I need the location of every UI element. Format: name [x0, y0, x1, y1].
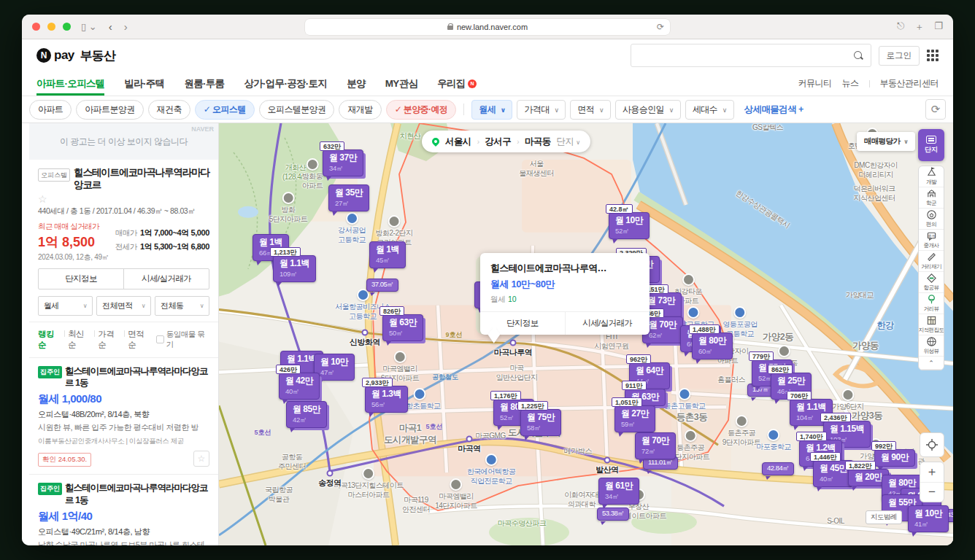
filter-chip-아파트분양권[interactable]: 아파트분양권: [76, 100, 143, 120]
tooltip-complex-info-button[interactable]: 단지정보: [480, 312, 565, 335]
tab-아파트·오피스텔[interactable]: 아파트·오피스텔: [36, 71, 104, 96]
select-전체면적[interactable]: 전체면적 ∨: [96, 296, 151, 316]
filter-chip-아파트[interactable]: 아파트: [29, 100, 72, 120]
price-marker[interactable]: 월 10만47㎡: [314, 354, 355, 381]
new-tab-icon[interactable]: ＋: [914, 20, 924, 34]
map-label: 가양동: [852, 341, 879, 352]
group-duplicates-checkbox[interactable]: 동일매물 묶기: [156, 330, 209, 350]
sort-최신순[interactable]: 최신순: [68, 329, 90, 351]
zoom-in-button[interactable]: ＋: [920, 462, 944, 482]
filter-dropdown-세대수[interactable]: 세대수 ∨: [685, 100, 734, 120]
tab-상가·업무·공장·토지[interactable]: 상가·업무·공장·토지: [244, 71, 327, 96]
tab-MY관심[interactable]: MY관심: [385, 71, 417, 96]
address-bar[interactable]: new.land.naver.com ⟳: [305, 19, 670, 35]
tab-overview-icon[interactable]: ❐: [934, 20, 943, 34]
map-label: 방화 5단지아파트: [269, 192, 308, 224]
header-link-뉴스[interactable]: 뉴스: [842, 77, 859, 90]
back-button[interactable]: ‹: [106, 21, 115, 32]
breadcrumb-unit-dropdown[interactable]: 단지 ∨: [557, 136, 580, 148]
refresh-filters-button[interactable]: ⟳: [925, 99, 946, 120]
zoom-out-button[interactable]: −: [920, 482, 944, 502]
price-marker[interactable]: 1,488만월 80만60㎡: [692, 332, 733, 359]
fullscreen-window-button[interactable]: [63, 23, 71, 31]
map-tool-항공뷰[interactable]: 항공뷰: [919, 272, 944, 293]
map-legend-button[interactable]: 지도범례: [866, 510, 902, 524]
price-marker[interactable]: 1,051만월 27만59㎡: [614, 405, 655, 432]
forward-button[interactable]: ›: [121, 21, 131, 32]
filter-chip-오피스텔[interactable]: ✓ 오피스텔: [195, 100, 255, 120]
map-tool-거리재기[interactable]: 거리재기: [919, 251, 944, 272]
naver-pay-logo[interactable]: N pay 부동산: [36, 47, 115, 64]
tab-빌라·주택[interactable]: 빌라·주택: [124, 71, 164, 96]
price-history-button[interactable]: 시세/실거래가: [123, 269, 209, 289]
sort-가격순[interactable]: 가격순: [98, 329, 120, 351]
price-marker[interactable]: 월 61만34㎡: [598, 478, 639, 505]
area-marker[interactable]: 53.38㎡: [597, 508, 629, 521]
listing-card[interactable]: 집주인힐스테이트에코마곡나루역라마다앙코르 1동월세 1억/40오피스텔·49C…: [29, 475, 218, 545]
sidebar-toggle-icon[interactable]: ▯ ⌄: [78, 22, 100, 31]
share-icon[interactable]: ⎋: [897, 20, 904, 34]
map-tool-위성뷰[interactable]: 위성뷰: [919, 335, 944, 357]
filter-dropdown-가격대[interactable]: 가격대 ∨: [517, 100, 566, 120]
map-label: 덕은리버워크 지식산업센터: [854, 184, 895, 203]
map-tool-중개사[interactable]: 중개중개사: [919, 230, 944, 251]
filter-chip-오피스텔분양권[interactable]: 오피스텔분양권: [259, 100, 335, 120]
collapse-tools-button[interactable]: ⌃: [919, 357, 944, 370]
reload-icon[interactable]: ⟳: [657, 22, 664, 32]
measure-icon: [926, 252, 937, 262]
tab-원룸·투룸[interactable]: 원룸·투룸: [184, 71, 224, 96]
search-input[interactable]: [639, 50, 854, 61]
filter-chip-분양중·예정[interactable]: ✓ 분양중·예정: [386, 100, 457, 120]
price-unit-dropdown[interactable]: 매매평당가∨: [857, 132, 915, 151]
price-marker[interactable]: 월 70만72㎡: [635, 432, 676, 459]
map-tool-학군[interactable]: 학군: [919, 187, 944, 209]
filter-chip-재개발[interactable]: 재개발: [339, 100, 381, 120]
complex-info-button[interactable]: 단지정보: [39, 269, 123, 289]
filter-chip-재건축[interactable]: 재건축: [148, 100, 190, 120]
header-link-부동산관리센터[interactable]: 부동산관리센터: [880, 77, 939, 90]
price-marker[interactable]: 1,213만월 1.1백109㎡: [273, 255, 316, 282]
current-location-button[interactable]: [920, 432, 944, 457]
price-marker[interactable]: 826만월 63만50㎡: [382, 314, 423, 341]
sort-랭킹순[interactable]: 랭킹순: [38, 329, 61, 351]
price-marker[interactable]: 월 1백45㎡: [369, 241, 406, 268]
sort-면적순[interactable]: 면적순: [128, 329, 150, 351]
header-link-커뮤니티[interactable]: 커뮤니티: [798, 77, 832, 90]
area-marker[interactable]: 37.05㎡: [366, 279, 398, 292]
map-tool-지적편집도[interactable]: 지적편집도: [919, 314, 944, 335]
price-marker[interactable]: 426만월 42만40㎡: [279, 373, 320, 400]
minimize-window-button[interactable]: [47, 23, 55, 31]
select-전체동[interactable]: 전체동 ∨: [155, 296, 209, 316]
listing-favorite-button[interactable]: ☆: [193, 451, 209, 467]
price-marker[interactable]: 월 85만42㎡: [286, 401, 327, 428]
filter-dropdown-월세[interactable]: 월세 ∨: [471, 100, 512, 120]
map-tool-거리뷰[interactable]: 거리뷰: [919, 293, 944, 314]
tab-우리집[interactable]: 우리집N: [437, 71, 476, 96]
price-marker[interactable]: 632만월 37만34㎡: [323, 149, 363, 176]
price-marker[interactable]: 2,933만월 1.3백56㎡: [365, 386, 408, 413]
area-marker[interactable]: 42.84㎡: [762, 462, 794, 475]
filter-bar: 아파트아파트분양권재건축✓ 오피스텔오피스텔분양권재개발✓ 분양중·예정 월세 …: [22, 96, 953, 123]
price-marker[interactable]: 42.8㎡월 10만52㎡: [609, 212, 650, 239]
close-window-button[interactable]: [32, 23, 40, 31]
tooltip-price-history-button[interactable]: 시세/실거래가: [565, 312, 650, 335]
search-icon[interactable]: [854, 51, 863, 61]
listing-card[interactable]: 집주인힐스테이트에코마곡나루역라마다앙코르 1동월세 1,000/80오피스텔·…: [29, 358, 218, 475]
map-tool-편의[interactable]: 편의: [919, 209, 944, 230]
complex-layer-button[interactable]: 단지: [918, 129, 944, 161]
filter-dropdown-사용승인일[interactable]: 사용승인일 ∨: [615, 100, 681, 120]
detail-search-link[interactable]: 상세매물검색 +: [744, 104, 803, 116]
apps-grid-icon[interactable]: [927, 50, 939, 61]
price-marker[interactable]: 월 10만41㎡: [908, 505, 949, 532]
price-marker[interactable]: 월 35만27㎡: [328, 184, 369, 211]
tab-분양[interactable]: 분양: [347, 71, 366, 96]
login-button[interactable]: 로그인: [879, 46, 920, 66]
filter-dropdown-면적[interactable]: 면적 ∨: [570, 100, 611, 120]
favorite-star-icon[interactable]: ☆: [38, 193, 209, 205]
region-breadcrumb[interactable]: 서울시› 강서구› 마곡동 단지 ∨: [422, 131, 590, 152]
map-tool-개발[interactable]: 개발: [919, 166, 944, 187]
price-marker[interactable]: 1,225만월 75만58㎡: [520, 409, 561, 436]
select-월세[interactable]: 월세 ∨: [38, 296, 93, 316]
map[interactable]: 개화산 (128.4m)치현산서울식물원마곡수명산파크한강가양대교방화동 아파트…: [219, 123, 953, 545]
price-marker[interactable]: 992만월 90만: [874, 449, 915, 467]
